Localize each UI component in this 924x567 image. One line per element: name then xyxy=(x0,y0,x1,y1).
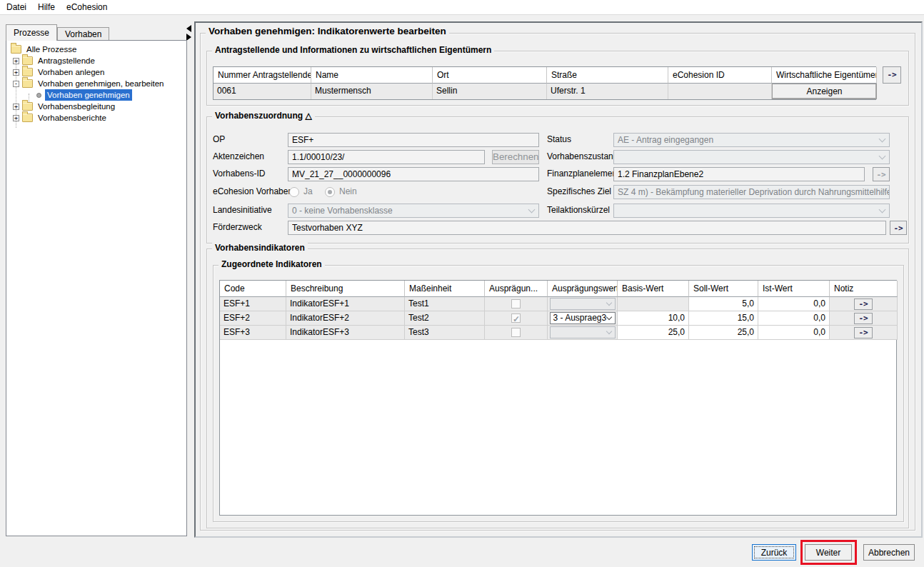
applicants-detail-arrow-button[interactable]: -> xyxy=(883,66,901,84)
cell-auspraegungswert xyxy=(548,326,618,340)
indicators-groupbox: Vorhabensindikatoren Zugeordnete Indikat… xyxy=(206,249,909,528)
op-label: OP xyxy=(213,134,286,144)
weiter-button[interactable]: Weiter xyxy=(805,544,852,561)
cell-beschreibung[interactable]: IndikatorESF+1 xyxy=(286,297,405,311)
tree-item-antragstellende[interactable]: + Antragstellende xyxy=(6,55,186,66)
col-header-notiz: Notiz xyxy=(830,281,898,297)
applicants-group-title: Antragstellende und Informationen zu wir… xyxy=(212,45,494,55)
cell-ist-wert[interactable]: 0,0 xyxy=(758,297,830,311)
notiz-arrow-button[interactable]: -> xyxy=(854,298,873,310)
checkbox-unchecked xyxy=(511,328,521,337)
chevron-down-icon xyxy=(879,136,886,143)
folder-icon xyxy=(22,102,33,111)
assignment-groupbox: Vorhabenszuordnung △ OP Status AE - Antr… xyxy=(206,116,909,244)
status-label: Status xyxy=(547,134,613,144)
checkbox-checked xyxy=(511,313,521,323)
cell-masseinheit[interactable]: Test3 xyxy=(405,326,485,340)
zurueck-button[interactable]: Zurück xyxy=(752,544,796,561)
tree-item-vorhabensbegleitung[interactable]: + Vorhabensbegleitung xyxy=(6,101,186,112)
menu-ecohesion[interactable]: eCohesion xyxy=(61,0,113,14)
cell-eigentuemer: Anzeigen xyxy=(772,84,877,99)
cell-soll-wert[interactable]: 15,0 xyxy=(689,311,758,326)
tree-item-vorhabensberichte[interactable]: + Vorhabensberichte xyxy=(6,112,186,124)
process-tree: Alle Prozesse + Antragstellende + Vorhab… xyxy=(6,40,187,536)
ecohesion-vorhaben-label: eCohesion Vorhaben xyxy=(213,186,286,196)
cell-beschreibung[interactable]: IndikatorESF+3 xyxy=(286,326,405,340)
expand-right-icon[interactable] xyxy=(186,34,191,41)
cell-masseinheit[interactable]: Test2 xyxy=(405,311,485,326)
chevron-down-icon xyxy=(606,314,611,320)
cell-basis-wert[interactable]: 25,0 xyxy=(618,326,689,340)
cell-nummer[interactable]: 0061 xyxy=(214,84,311,99)
expand-plus-icon[interactable]: + xyxy=(13,104,19,110)
finanzplanelement-label: Finanzplanelement xyxy=(547,169,613,179)
foerderzweck-label: Förderzweck xyxy=(213,222,286,232)
tree-item-label: Antragstellende xyxy=(36,55,97,66)
col-header-ecohesion-id: eCohesion ID xyxy=(668,67,772,84)
chevron-down-icon xyxy=(606,300,611,306)
tree-item-label-selected: Vorhaben genehmigen xyxy=(45,89,132,101)
tree-item-vorhaben-anlegen[interactable]: + Vorhaben anlegen xyxy=(6,66,186,78)
auspraegungswert-select xyxy=(550,326,616,338)
cell-ist-wert[interactable]: 0,0 xyxy=(758,311,830,326)
bullet-icon xyxy=(36,93,41,98)
menu-hilfe[interactable]: Hilfe xyxy=(32,0,61,14)
aktenzeichen-field[interactable] xyxy=(288,150,485,164)
indicators-table: Code Beschreibung Maßeinheit Ausprägun..… xyxy=(219,280,897,516)
cell-notiz: -> xyxy=(830,297,898,311)
landesinitiative-select: 0 - keine Vorhabensklasse xyxy=(288,204,539,218)
status-select: AE - Antrag eingegangen xyxy=(613,133,890,147)
teilaktionskuerzel-label: Teilaktionskürzel xyxy=(547,205,613,215)
cell-ecohesion-id[interactable] xyxy=(668,84,772,99)
cell-name[interactable]: Mustermensch xyxy=(311,84,433,99)
folder-icon xyxy=(11,45,21,54)
expand-minus-icon[interactable]: - xyxy=(13,81,19,87)
applicants-table: Nummer Antragstellende Name Ort Straße e… xyxy=(213,66,876,100)
collapse-left-icon[interactable] xyxy=(186,25,191,32)
cell-strasse[interactable]: Uferstr. 1 xyxy=(547,84,668,99)
cell-code[interactable]: ESF+2 xyxy=(220,311,286,326)
cell-beschreibung[interactable]: IndikatorESF+2 xyxy=(286,311,405,326)
tree-item-label: Vorhaben genehmigen, bearbeiten xyxy=(36,78,166,89)
cell-code[interactable]: ESF+1 xyxy=(220,297,286,311)
aktenzeichen-label: Aktenzeichen xyxy=(213,151,286,161)
tree-item-vorhaben-genehmigen-bearbeiten[interactable]: - Vorhaben genehmigen, bearbeiten xyxy=(6,78,186,89)
anzeigen-button[interactable]: Anzeigen xyxy=(772,84,877,99)
vorhabens-id-field[interactable] xyxy=(288,167,539,181)
notiz-arrow-button[interactable]: -> xyxy=(854,313,873,324)
col-header-ist-wert: Ist-Wert xyxy=(758,281,830,297)
chevron-down-icon xyxy=(879,206,886,214)
expand-plus-icon[interactable]: + xyxy=(13,58,19,64)
cell-soll-wert[interactable]: 5,0 xyxy=(689,297,758,311)
expand-plus-icon[interactable]: + xyxy=(13,69,19,76)
abbrechen-button[interactable]: Abbrechen xyxy=(863,544,915,561)
expand-plus-icon[interactable]: + xyxy=(13,115,19,121)
cell-code[interactable]: ESF+3 xyxy=(220,326,286,340)
cell-basis-wert xyxy=(618,297,689,311)
tree-item-label: Vorhaben anlegen xyxy=(36,66,106,78)
cell-auspraegung xyxy=(485,326,548,340)
op-field[interactable] xyxy=(288,133,539,147)
foerderzweck-arrow-button[interactable]: -> xyxy=(890,221,907,235)
splitter-handle[interactable] xyxy=(186,25,194,44)
folder-icon xyxy=(22,79,33,88)
tree-item-alle-prozesse[interactable]: Alle Prozesse xyxy=(6,44,186,55)
main-panel: Vorhaben genehmigen: Indikatorenwerte be… xyxy=(194,21,923,538)
assignment-group-title: Vorhabenszuordnung △ xyxy=(212,111,315,121)
tab-prozesse[interactable]: Prozesse xyxy=(6,24,57,41)
sidebar-panel: Prozesse Vorhaben Alle Prozesse + Antrag… xyxy=(6,24,187,536)
cell-soll-wert[interactable]: 25,0 xyxy=(689,326,758,340)
folder-icon xyxy=(22,68,33,76)
auspraegungswert-select[interactable]: 3 - Auspraeg3 xyxy=(550,312,616,324)
cell-ort[interactable]: Sellin xyxy=(433,84,547,99)
cell-basis-wert[interactable]: 10,0 xyxy=(618,311,689,326)
foerderzweck-field[interactable] xyxy=(288,221,886,235)
cell-ist-wert[interactable]: 0,0 xyxy=(758,326,830,340)
cell-masseinheit[interactable]: Test1 xyxy=(405,297,485,311)
finanzplanelement-field[interactable] xyxy=(613,167,865,181)
notiz-arrow-button[interactable]: -> xyxy=(854,327,873,338)
tab-vorhaben[interactable]: Vorhaben xyxy=(57,27,109,41)
col-header-beschreibung: Beschreibung xyxy=(286,281,405,297)
tree-item-vorhaben-genehmigen[interactable]: Vorhaben genehmigen xyxy=(6,89,186,101)
menu-datei[interactable]: Datei xyxy=(0,0,32,14)
